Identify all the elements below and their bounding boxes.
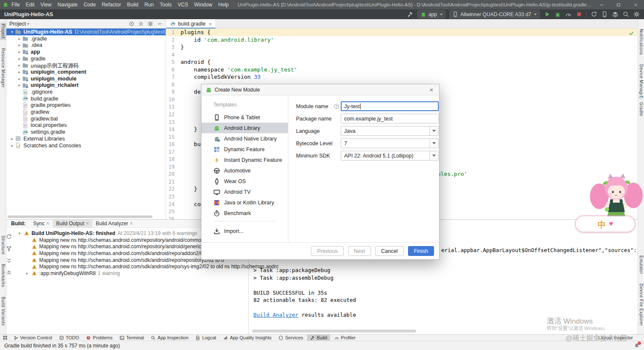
build-hammer-icon[interactable]: [407, 11, 414, 18]
toolwindow-resource-manager[interactable]: Resource Manager: [0, 47, 6, 89]
expand-all-icon[interactable]: [6, 257, 12, 264]
tree-row[interactable]: gradlew: [6, 109, 166, 115]
minimum-sdk-select[interactable]: API 22: Android 5.1 (Lollipop): [341, 151, 439, 161]
close-tab-icon[interactable]: ×: [86, 221, 89, 227]
build-tab-sync[interactable]: Sync×: [30, 220, 53, 228]
hide-panel-icon[interactable]: [157, 21, 163, 27]
tree-row[interactable]: ▸.idea: [6, 42, 166, 49]
tree-row[interactable]: settings.gradle: [6, 129, 166, 135]
chevron-right-icon[interactable]: ▸: [17, 50, 22, 54]
menu-help[interactable]: Help: [215, 0, 232, 9]
statusbar-item-version-control[interactable]: Version Control: [10, 335, 55, 341]
statusbar-item-logcat[interactable]: Logcat: [193, 335, 219, 341]
device-select[interactable]: Allwinner QUAD-CORE A33 d7: [449, 10, 540, 18]
template-item-android-native-library[interactable]: Android Native Library: [201, 133, 288, 144]
template-item-phone-tablet[interactable]: Phone & Tablet: [201, 112, 288, 123]
tree-row[interactable]: ▸uniplugin_module: [6, 75, 166, 82]
toolwindow-project[interactable]: Project: [0, 23, 6, 40]
inspections-ok-icon[interactable]: [628, 30, 634, 36]
run-config-select[interactable]: app: [417, 10, 446, 18]
build-tab-build-output[interactable]: Build Output×: [53, 220, 92, 228]
chevron-down-icon[interactable]: ▾: [17, 231, 22, 235]
toolwindow-emulator[interactable]: Emulator: [638, 254, 644, 275]
sdk-manager-button[interactable]: [612, 11, 618, 18]
chevron-right-icon[interactable]: ▸: [17, 57, 22, 61]
filter-icon[interactable]: [6, 245, 12, 252]
tree-row[interactable]: ▸app: [6, 49, 166, 55]
warning-row[interactable]: Mapping new ns http://schemas.android.co…: [17, 263, 248, 270]
run-button[interactable]: [543, 11, 550, 18]
menu-file[interactable]: File: [9, 0, 23, 9]
close-tab-icon[interactable]: ×: [209, 21, 212, 27]
language-select[interactable]: Java: [341, 126, 439, 136]
menu-run[interactable]: Run: [141, 0, 157, 9]
statusbar-item-problems[interactable]: Problems: [83, 335, 115, 341]
chevron-right-icon[interactable]: ▸: [17, 77, 22, 81]
template-item-wear-os[interactable]: Wear OS: [201, 176, 288, 186]
statusbar-item-app-inspection[interactable]: App Inspection: [148, 335, 192, 341]
tree-row[interactable]: ▾UniPlugin-Hello-AS D:\AndroidTool\Andro…: [6, 29, 166, 35]
template-item-import[interactable]: Import...: [201, 226, 288, 236]
toolwindow-gradle[interactable]: Gradle: [638, 101, 644, 118]
maximize-button[interactable]: [610, 0, 627, 9]
menu-edit[interactable]: Edit: [23, 0, 37, 9]
chevron-down-icon[interactable]: ▾: [9, 30, 15, 34]
menu-vcs[interactable]: VCS: [175, 0, 191, 9]
menu-code[interactable]: Code: [80, 0, 99, 9]
template-item-instant-dynamic-feature[interactable]: Instant Dynamic Feature: [201, 155, 288, 165]
dialog-title-bar[interactable]: Create New Module ×: [201, 84, 439, 95]
tree-row[interactable]: ▸uniapp示例工程源码: [6, 62, 166, 69]
bytecode-level-select[interactable]: 7: [341, 138, 439, 148]
chevron-down-icon[interactable]: ▾: [27, 22, 29, 26]
toolwindow-build-variants[interactable]: Build Variants: [0, 295, 6, 327]
menu-window[interactable]: Window: [191, 0, 216, 9]
template-item-android-library[interactable]: Android Library: [201, 123, 288, 133]
collapse-all-icon[interactable]: [138, 21, 144, 27]
search-everywhere-button[interactable]: [622, 11, 629, 18]
template-item-android-tv[interactable]: Android TV: [201, 186, 288, 197]
menu-tools[interactable]: Tools: [157, 0, 175, 9]
template-item-java-or-kotlin-library[interactable]: Java or Kotlin Library: [201, 197, 288, 208]
statusbar-item-todo[interactable]: TODO: [56, 335, 82, 341]
chevron-right-icon[interactable]: ▸: [17, 63, 22, 67]
tree-row[interactable]: ▸Scratches and Consoles: [6, 142, 166, 149]
menu-navigate[interactable]: Navigate: [55, 0, 80, 9]
toolwindow-notifications[interactable]: Notifications: [638, 28, 644, 56]
close-tab-icon[interactable]: ×: [46, 221, 49, 227]
close-window-button[interactable]: [627, 0, 644, 9]
profile-button[interactable]: [565, 11, 572, 18]
menu-build[interactable]: Build: [124, 0, 141, 9]
r8-task-row[interactable]: ▸ :app:minifyDebugWithR8 1 warning: [17, 270, 248, 277]
chevron-right-icon[interactable]: ▸: [9, 143, 15, 148]
locate-file-icon[interactable]: [129, 21, 135, 27]
statusbar-item-services[interactable]: Services: [276, 335, 306, 341]
module-name-input[interactable]: Jy-test: [341, 101, 439, 111]
console-horizontal-scrollbar[interactable]: [252, 330, 416, 333]
toolwindow-switcher-icon[interactable]: [3, 335, 8, 340]
chevron-right-icon[interactable]: ▸: [17, 83, 22, 87]
chevron-right-icon[interactable]: ▸: [17, 43, 22, 47]
tree-row[interactable]: ▸External Libraries: [6, 135, 166, 142]
template-item-benchmark[interactable]: Benchmark: [201, 208, 288, 218]
toolwindow-device-file-explorer[interactable]: Device File Explorer: [638, 282, 644, 327]
tree-row[interactable]: gradlew.bat: [6, 115, 166, 122]
chevron-right-icon[interactable]: ▸: [25, 271, 29, 275]
finish-button[interactable]: Finish: [408, 246, 434, 256]
tab-build-gradle[interactable]: build.gradle ×: [166, 19, 216, 29]
rerun-build-icon[interactable]: [6, 233, 12, 240]
chevron-right-icon[interactable]: ▸: [17, 70, 22, 74]
debug-button[interactable]: [554, 11, 561, 18]
toolwindow-structure[interactable]: Structure: [0, 234, 6, 256]
previous-button[interactable]: Previous: [311, 246, 344, 256]
device-manager-button[interactable]: [601, 11, 608, 18]
close-tab-icon[interactable]: ×: [130, 221, 133, 227]
toolwindow-bookmarks[interactable]: Bookmarks: [0, 263, 6, 289]
chevron-right-icon[interactable]: ▸: [9, 137, 15, 141]
chevron-right-icon[interactable]: ▸: [17, 37, 22, 41]
build-analyzer-link[interactable]: Build Analyzer: [253, 312, 298, 318]
tree-row[interactable]: ▸uniplugin_component: [6, 69, 166, 75]
panel-settings-icon[interactable]: [147, 21, 153, 27]
menu-refactor[interactable]: Refactor: [99, 0, 124, 9]
tree-row[interactable]: .gitignore: [6, 89, 166, 95]
toolwindow-layout-inspector[interactable]: Layout Inspector: [598, 335, 633, 340]
